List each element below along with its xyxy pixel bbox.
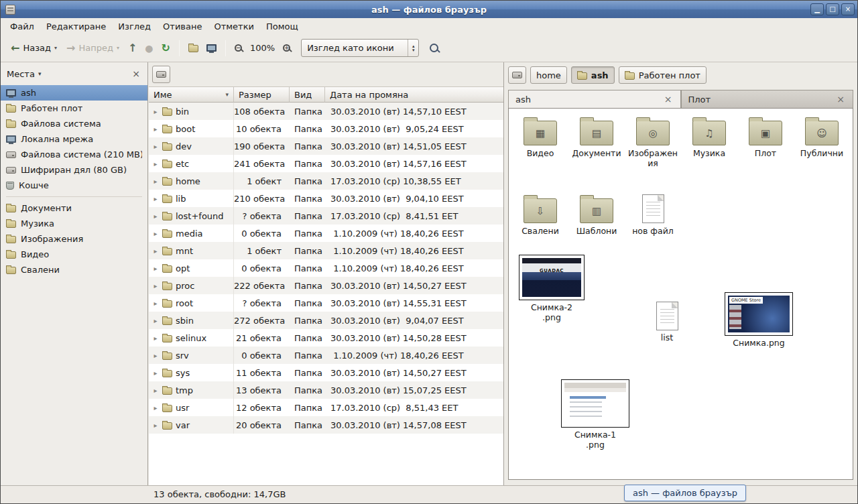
table-row[interactable]: ▸ mnt 1 обект Папка 1.10.2009 (чт) 18,40… <box>149 242 503 259</box>
expander-icon[interactable]: ▸ <box>152 352 159 359</box>
table-row[interactable]: ▸ etc 241 обекта Папка 30.03.2010 (вт) 1… <box>149 155 503 172</box>
root-path-button[interactable] <box>508 66 526 84</box>
table-row[interactable]: ▸ lost+found ? обекта Папка 17.03.2010 (… <box>149 207 503 225</box>
menu-item[interactable]: Изглед <box>112 19 157 34</box>
expander-icon[interactable]: ▸ <box>152 265 159 272</box>
table-row[interactable]: ▸ var 20 обекта Папка 30.03.2010 (вт) 14… <box>149 416 503 434</box>
expander-icon[interactable]: ▸ <box>152 178 159 185</box>
maximize-button[interactable]: □ <box>826 3 839 15</box>
expander-icon[interactable]: ▸ <box>152 369 159 377</box>
sidebar-item[interactable]: Кошче <box>1 178 147 193</box>
expander-icon[interactable]: ▸ <box>152 230 159 237</box>
sidebar-item[interactable]: Свалени <box>1 262 147 277</box>
path-button-home[interactable]: home <box>530 66 567 84</box>
expander-icon[interactable]: ▸ <box>152 212 159 220</box>
table-row[interactable]: ▸ home 1 обект Папка 17.03.2010 (ср) 10,… <box>149 172 503 190</box>
stop-button[interactable]: ● <box>141 40 157 57</box>
column-header-date[interactable]: Дата на промяна <box>325 86 503 103</box>
column-header-type[interactable]: Вид <box>290 86 325 103</box>
file-thumbnail-snimka1[interactable]: Снимка-1.png <box>558 379 632 450</box>
column-header-name[interactable]: Име ▾ <box>149 86 234 103</box>
forward-button[interactable]: → Напред ▾ <box>62 40 124 57</box>
expander-icon[interactable]: ▸ <box>152 334 159 342</box>
expander-icon[interactable]: ▸ <box>152 143 159 150</box>
path-button-ash[interactable]: ash <box>571 66 615 84</box>
icon-grid-item[interactable]: ▦ Видео <box>513 114 568 169</box>
table-row[interactable]: ▸ lib 210 обекта Папка 30.03.2010 (вт) 9… <box>149 190 503 207</box>
sidebar-item[interactable]: Файлова система (210 MB) <box>1 147 147 162</box>
expander-icon[interactable]: ▸ <box>152 300 159 307</box>
menu-item[interactable]: Помощ <box>260 19 304 34</box>
table-row[interactable]: ▸ proc 222 обекта Папка 30.03.2010 (вт) … <box>149 277 503 294</box>
zoom-out-button[interactable]: − <box>231 41 246 55</box>
icon-grid-item[interactable]: ▥ Шаблони <box>569 192 624 237</box>
back-button[interactable]: ← Назад ▾ <box>6 40 62 57</box>
sidebar-item[interactable]: ash <box>1 85 147 101</box>
sidebar-item[interactable]: Работен плот <box>1 101 147 116</box>
minimize-button[interactable]: ▁ <box>810 3 824 15</box>
icon-grid-item[interactable]: ▤ Документи <box>569 114 624 169</box>
table-row[interactable]: ▸ root ? обекта Папка 30.03.2010 (вт) 14… <box>149 294 503 312</box>
home-button[interactable] <box>184 40 202 56</box>
table-row[interactable]: ▸ bin 108 обекта Папка 30.03.2010 (вт) 1… <box>149 103 503 120</box>
sidebar-item[interactable]: Изображения <box>1 231 147 247</box>
icon-grid-item[interactable]: ▣ Плот <box>738 114 793 169</box>
table-row[interactable]: ▸ opt 0 обекта Папка 1.10.2009 (чт) 18,4… <box>149 259 503 277</box>
view-mode-select[interactable]: Изглед като икони ▴ ▾ <box>301 39 419 57</box>
path-button-desktop[interactable]: Работен плот <box>619 66 707 84</box>
taskbar-window-button[interactable]: ash — файлов браузър <box>624 485 746 501</box>
tab-close-button[interactable]: × <box>835 94 846 105</box>
window-titlebar[interactable]: ash — файлов браузър ▁ □ × <box>1 1 857 18</box>
expander-icon[interactable]: ▸ <box>152 282 159 290</box>
file-thumbnail-list[interactable]: list <box>646 302 688 343</box>
table-row[interactable]: ▸ usr 12 обекта Папка 17.03.2010 (ср) 8,… <box>149 399 503 416</box>
zoom-in-button[interactable]: + <box>279 41 294 55</box>
menu-item[interactable]: Отиване <box>157 19 208 34</box>
expander-icon[interactable]: ▸ <box>152 195 159 202</box>
menu-item[interactable]: Редактиране <box>40 19 112 34</box>
table-row[interactable]: ▸ boot 10 обекта Папка 30.03.2010 (вт) 9… <box>149 120 503 137</box>
close-button[interactable]: × <box>841 3 855 15</box>
tab-ash[interactable]: ash × <box>508 90 681 108</box>
expander-icon[interactable]: ▸ <box>152 160 159 168</box>
icon-grid-item[interactable]: ♫ Музика <box>682 114 737 169</box>
table-row[interactable]: ▸ selinux 21 обекта Папка 30.03.2010 (вт… <box>149 329 503 346</box>
expander-icon[interactable]: ▸ <box>152 387 159 394</box>
table-row[interactable]: ▸ tmp 13 обекта Папка 30.03.2010 (вт) 15… <box>149 381 503 399</box>
icon-grid-item[interactable]: ☺ Публични <box>794 114 849 169</box>
places-title[interactable]: Места <box>7 69 35 79</box>
table-row[interactable]: ▸ sys 11 обекта Папка 30.03.2010 (вт) 14… <box>149 364 503 381</box>
expander-icon[interactable]: ▸ <box>152 247 159 255</box>
sidebar-item[interactable]: Видео <box>1 247 147 262</box>
column-header-size[interactable]: Размер <box>234 86 290 103</box>
root-path-button[interactable] <box>152 66 170 83</box>
expander-icon[interactable]: ▸ <box>152 125 159 133</box>
table-row[interactable]: ▸ media 0 обекта Папка 1.10.2009 (чт) 18… <box>149 225 503 242</box>
sidebar-item[interactable]: Шифриран дял (80 GB) <box>1 162 147 178</box>
tab-plot[interactable]: Плот × <box>681 90 854 108</box>
up-button[interactable]: ↑ <box>124 38 141 58</box>
sidebar-item[interactable]: Документи <box>1 200 147 216</box>
search-button[interactable] <box>426 40 442 56</box>
menu-item[interactable]: Отметки <box>208 19 259 34</box>
sidebar-item[interactable]: Файлова система <box>1 116 147 131</box>
icon-grid-item[interactable]: нов файл <box>625 192 680 237</box>
tab-close-button[interactable]: × <box>663 94 674 105</box>
menu-item[interactable]: Файл <box>4 19 40 34</box>
sidebar-close-button[interactable]: × <box>131 69 141 78</box>
icon-grid-item[interactable]: ⇩ Свалени <box>513 192 568 237</box>
file-thumbnail-snimka2[interactable]: GUADAC Снимка-2.png <box>514 255 589 323</box>
table-row[interactable]: ▸ sbin 272 обекта Папка 30.03.2010 (вт) … <box>149 312 503 329</box>
file-thumbnail-snimka[interactable]: GNOME Store Снимка.png <box>722 292 796 349</box>
table-row[interactable]: ▸ srv 0 обекта Папка 1.10.2009 (чт) 18,4… <box>149 346 503 364</box>
sidebar-item[interactable]: Локална мрежа <box>1 131 147 147</box>
icon-grid-item[interactable]: ◎ Изображения <box>625 114 680 169</box>
computer-button[interactable] <box>202 41 221 55</box>
table-row[interactable]: ▸ dev 190 обекта Папка 30.03.2010 (вт) 1… <box>149 137 503 155</box>
expander-icon[interactable]: ▸ <box>152 404 159 412</box>
reload-button[interactable]: ↻ <box>158 38 174 58</box>
sidebar-item[interactable]: Музика <box>1 216 147 231</box>
expander-icon[interactable]: ▸ <box>152 317 159 324</box>
expander-icon[interactable]: ▸ <box>152 422 159 429</box>
expander-icon[interactable]: ▸ <box>152 108 159 115</box>
